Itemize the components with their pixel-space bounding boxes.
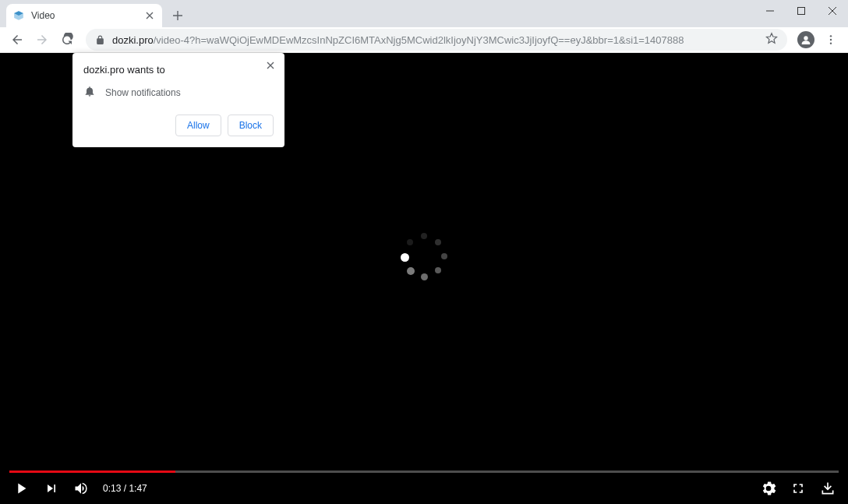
close-window-button[interactable] — [817, 0, 848, 22]
url-path: /video-4?h=waWQiOjEwMDEwMzcsInNpZCI6MTAx… — [154, 34, 684, 46]
video-time-display: 0:13 / 1:47 — [103, 483, 147, 494]
video-controls: 0:13 / 1:47 — [0, 473, 848, 504]
popup-permission-row: Show notifications — [83, 85, 274, 100]
volume-button[interactable] — [73, 481, 89, 496]
address-bar[interactable]: dozki.pro/video-4?h=waWQiOjEwMDEwMzcsInN… — [86, 29, 787, 51]
browser-titlebar: Video — [0, 0, 848, 27]
notification-permission-popup: dozki.pro wants to Show notifications Al… — [72, 53, 284, 147]
popup-permission-text: Show notifications — [105, 87, 181, 98]
bell-icon — [83, 85, 96, 100]
svg-point-2 — [830, 35, 832, 37]
loading-spinner-icon — [401, 233, 447, 280]
popup-button-row: Allow Block — [83, 115, 274, 136]
window-controls — [754, 0, 848, 22]
lock-icon — [95, 34, 106, 45]
svg-point-3 — [830, 39, 832, 41]
maximize-button[interactable] — [786, 0, 817, 22]
url-domain: dozki.pro — [112, 34, 154, 46]
fullscreen-button[interactable] — [790, 481, 806, 496]
tab-favicon-icon — [12, 9, 25, 22]
new-tab-button[interactable] — [167, 5, 189, 26]
profile-button[interactable] — [795, 29, 817, 51]
video-duration: 1:47 — [129, 483, 147, 494]
settings-button[interactable] — [761, 481, 776, 496]
forward-button[interactable] — [31, 29, 53, 51]
back-button[interactable] — [6, 29, 28, 51]
svg-point-1 — [804, 36, 807, 40]
video-current-time: 0:13 — [103, 483, 121, 494]
tab-close-button[interactable] — [143, 9, 156, 22]
tab-title: Video — [31, 10, 137, 21]
popup-close-button[interactable] — [264, 59, 277, 72]
play-button[interactable] — [12, 480, 30, 497]
allow-button[interactable]: Allow — [175, 115, 221, 136]
popup-title: dozki.pro wants to — [83, 64, 274, 76]
browser-toolbar: dozki.pro/video-4?h=waWQiOjEwMDEwMzcsInN… — [0, 27, 848, 53]
next-button[interactable] — [44, 481, 59, 496]
minimize-button[interactable] — [754, 0, 786, 22]
block-button[interactable]: Block — [228, 115, 274, 136]
profile-avatar-icon — [797, 31, 814, 48]
svg-rect-0 — [798, 8, 805, 15]
url-text: dozki.pro/video-4?h=waWQiOjEwMDEwMzcsInN… — [112, 34, 759, 46]
download-button[interactable] — [820, 481, 836, 496]
chrome-menu-button[interactable] — [820, 29, 842, 51]
bookmark-star-icon[interactable] — [765, 32, 778, 48]
reload-button[interactable] — [56, 29, 78, 51]
browser-tab[interactable]: Video — [6, 4, 162, 27]
svg-point-4 — [830, 42, 832, 44]
